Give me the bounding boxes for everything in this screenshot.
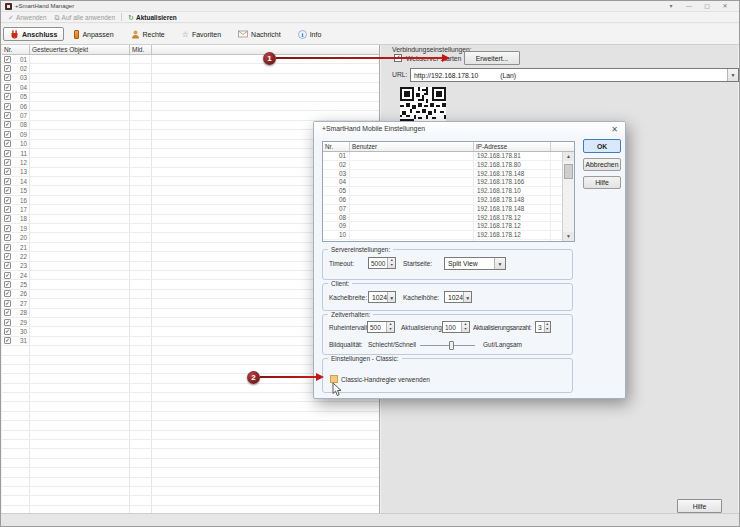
refresh-button[interactable]: ↻ Aktualisieren bbox=[124, 12, 181, 22]
cell-mld[interactable] bbox=[130, 280, 152, 288]
idle-interval-spinner[interactable]: 500 ▲▼ bbox=[367, 321, 395, 333]
url-combobox[interactable]: http://192.168.178.10 (Lan) ▼ bbox=[410, 68, 739, 82]
dialog-column-benutzer[interactable]: Benutzer bbox=[350, 142, 474, 151]
cell-mld[interactable] bbox=[130, 196, 152, 204]
row-checkbox[interactable]: ✓ bbox=[4, 150, 11, 157]
cell-gesteuertes-objekt[interactable] bbox=[30, 140, 130, 148]
row-checkbox[interactable]: ✓ bbox=[4, 178, 11, 185]
cell-mld[interactable] bbox=[130, 337, 152, 345]
row-checkbox[interactable]: ✓ bbox=[4, 84, 11, 91]
scroll-up-icon[interactable]: ▲ bbox=[563, 152, 574, 161]
dialog-table-row[interactable]: 04192.168.178.166 bbox=[323, 178, 574, 187]
cell-gesteuertes-objekt[interactable] bbox=[30, 318, 130, 326]
close-icon[interactable]: ✕ bbox=[721, 2, 729, 11]
cell-mld[interactable] bbox=[130, 64, 152, 72]
cell-mld[interactable] bbox=[130, 224, 152, 232]
advanced-button[interactable]: Erweitert... bbox=[464, 51, 520, 65]
spinner-arrows-icon[interactable]: ▲▼ bbox=[386, 322, 394, 332]
cell-gesteuertes-objekt[interactable] bbox=[30, 83, 130, 91]
row-checkbox[interactable]: ✓ bbox=[4, 319, 11, 326]
cell-gesteuertes-objekt[interactable] bbox=[30, 93, 130, 101]
cell-gesteuertes-objekt[interactable] bbox=[30, 196, 130, 204]
cell-mld[interactable] bbox=[130, 55, 152, 63]
spinner-arrows-icon[interactable]: ▲▼ bbox=[544, 322, 550, 332]
cell-gesteuertes-objekt[interactable] bbox=[30, 280, 130, 288]
tab-nachricht[interactable]: Nachricht bbox=[231, 27, 288, 41]
cell-mld[interactable] bbox=[130, 290, 152, 298]
spinner-arrows-icon[interactable]: ▲▼ bbox=[461, 322, 469, 332]
startpage-dropdown[interactable]: Split View ▼ bbox=[444, 257, 506, 270]
cell-gesteuertes-objekt[interactable] bbox=[30, 337, 130, 345]
refresh-count-spinner[interactable]: 3 ▲▼ bbox=[535, 321, 551, 333]
tab-info[interactable]: i Info bbox=[291, 27, 329, 41]
cell-gesteuertes-objekt[interactable] bbox=[30, 130, 130, 138]
scrollbar-thumb[interactable] bbox=[564, 164, 573, 179]
cell-mld[interactable] bbox=[130, 233, 152, 241]
toolbar-options-icon[interactable]: ▾ bbox=[667, 2, 675, 11]
cancel-button[interactable]: Abbrechen bbox=[583, 158, 621, 171]
row-checkbox[interactable]: ✓ bbox=[4, 272, 11, 279]
cell-gesteuertes-objekt[interactable] bbox=[30, 233, 130, 241]
cell-mld[interactable] bbox=[130, 149, 152, 157]
dialog-table-row[interactable]: 05192.168.178.10 bbox=[323, 187, 574, 196]
table-row[interactable]: ✓02 bbox=[2, 64, 379, 73]
row-checkbox[interactable]: ✓ bbox=[4, 290, 11, 297]
cell-gesteuertes-objekt[interactable] bbox=[30, 224, 130, 232]
minimize-icon[interactable]: — bbox=[685, 2, 693, 11]
cell-mld[interactable] bbox=[130, 327, 152, 335]
dialog-table-row[interactable]: 01192.168.178.81 bbox=[323, 152, 574, 161]
classic-handregler-label[interactable]: Classic-Handregler verwenden bbox=[341, 376, 430, 383]
ok-button[interactable]: OK bbox=[583, 139, 621, 153]
row-checkbox[interactable]: ✓ bbox=[4, 103, 11, 110]
row-checkbox[interactable]: ✓ bbox=[4, 225, 11, 232]
cell-gesteuertes-objekt[interactable] bbox=[30, 290, 130, 298]
cell-gesteuertes-objekt[interactable] bbox=[30, 271, 130, 279]
cell-gesteuertes-objekt[interactable] bbox=[30, 121, 130, 129]
timeout-spinner[interactable]: 5000 ▲▼ bbox=[368, 257, 396, 269]
cell-mld[interactable] bbox=[130, 111, 152, 119]
table-row[interactable]: ✓03 bbox=[2, 74, 379, 83]
cell-mld[interactable] bbox=[130, 130, 152, 138]
cell-mld[interactable] bbox=[130, 74, 152, 82]
dialog-table-row[interactable]: 08192.168.178.12 bbox=[323, 214, 574, 223]
cell-gesteuertes-objekt[interactable] bbox=[30, 64, 130, 72]
cell-mld[interactable] bbox=[130, 102, 152, 110]
quality-slider-thumb[interactable] bbox=[449, 341, 454, 350]
cell-gesteuertes-objekt[interactable] bbox=[30, 252, 130, 260]
row-checkbox[interactable]: ✓ bbox=[4, 281, 11, 288]
cell-mld[interactable] bbox=[130, 205, 152, 213]
cell-gesteuertes-objekt[interactable] bbox=[30, 215, 130, 223]
row-checkbox[interactable]: ✓ bbox=[4, 253, 11, 260]
chevron-down-icon[interactable]: ▼ bbox=[387, 292, 395, 302]
cell-gesteuertes-objekt[interactable] bbox=[30, 102, 130, 110]
cell-mld[interactable] bbox=[130, 262, 152, 270]
cell-gesteuertes-objekt[interactable] bbox=[30, 168, 130, 176]
tab-anschluss[interactable]: Anschluss bbox=[3, 27, 64, 41]
apply-button[interactable]: ✓ Anwenden bbox=[4, 12, 51, 22]
cell-gesteuertes-objekt[interactable] bbox=[30, 327, 130, 335]
table-row[interactable]: ✓06 bbox=[2, 102, 379, 111]
cell-mld[interactable] bbox=[130, 83, 152, 91]
cell-gesteuertes-objekt[interactable] bbox=[30, 111, 130, 119]
row-checkbox[interactable]: ✓ bbox=[4, 65, 11, 72]
spinner-arrows-icon[interactable]: ▲▼ bbox=[387, 258, 395, 268]
row-checkbox[interactable]: ✓ bbox=[4, 187, 11, 194]
dialog-close-icon[interactable]: ✕ bbox=[611, 125, 618, 135]
row-checkbox[interactable]: ✓ bbox=[4, 140, 11, 147]
row-checkbox[interactable]: ✓ bbox=[4, 159, 11, 166]
chevron-down-icon[interactable]: ▼ bbox=[463, 292, 471, 302]
row-checkbox[interactable]: ✓ bbox=[4, 197, 11, 204]
dialog-table-row[interactable]: 11192.168.178.166 bbox=[323, 240, 574, 242]
column-header-nr[interactable]: Nr. bbox=[2, 45, 30, 54]
cell-mld[interactable] bbox=[130, 93, 152, 101]
column-header-mld[interactable]: Mld. bbox=[130, 45, 152, 54]
cell-gesteuertes-objekt[interactable] bbox=[30, 243, 130, 251]
cell-gesteuertes-objekt[interactable] bbox=[30, 186, 130, 194]
row-checkbox[interactable]: ✓ bbox=[4, 337, 11, 344]
dialog-table-scrollbar[interactable]: ▲ ▼ bbox=[562, 152, 574, 241]
row-checkbox[interactable]: ✓ bbox=[4, 131, 11, 138]
row-checkbox[interactable]: ✓ bbox=[4, 300, 11, 307]
cell-mld[interactable] bbox=[130, 186, 152, 194]
cell-mld[interactable] bbox=[130, 318, 152, 326]
table-row[interactable]: ✓07 bbox=[2, 111, 379, 120]
